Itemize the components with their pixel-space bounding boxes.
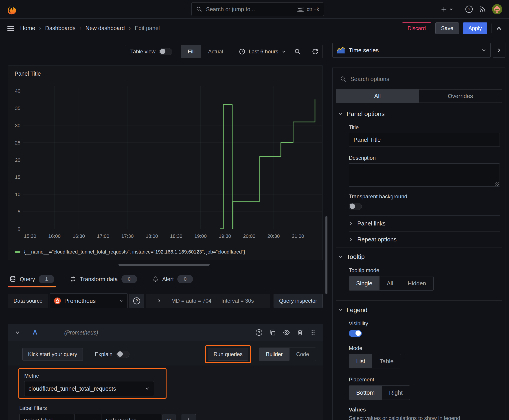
time-range-picker[interactable]: Last 6 hours <box>234 45 291 58</box>
legend-mode-table[interactable]: Table <box>372 354 401 368</box>
tooltip-mode-single[interactable]: Single <box>349 276 380 290</box>
menu-button[interactable] <box>7 25 15 32</box>
save-button[interactable]: Save <box>435 22 459 34</box>
operator-dropdown[interactable]: = <box>75 414 101 420</box>
topbar-actions: ? <box>441 4 502 14</box>
tab-transform-data[interactable]: Transform data 0 <box>68 271 138 287</box>
run-queries-annotation: Run queries <box>205 345 251 363</box>
breadcrumb-new-dashboard[interactable]: New dashboard <box>85 25 125 31</box>
editor-tabs: Query 1 Transform data 0 Alert 0 <box>0 271 328 287</box>
select-label-dropdown[interactable]: Select label <box>19 414 74 420</box>
tab-all[interactable]: All <box>336 90 419 103</box>
fill-option[interactable]: Fill <box>181 45 202 58</box>
grafana-logo-icon[interactable] <box>7 4 17 15</box>
svg-text:?: ? <box>258 330 260 335</box>
table-view-toggle-group: Table view <box>125 45 177 58</box>
panel-title[interactable]: Panel Title <box>15 70 41 77</box>
resize-corner-icon[interactable] <box>495 182 499 186</box>
breadcrumb: Home › Dashboards › New dashboard › Edit… <box>20 25 160 32</box>
panel-links-row[interactable]: Panel links <box>349 215 500 231</box>
search-input[interactable] <box>205 6 293 13</box>
max-data-points-summary: MD = auto = 704 <box>171 298 211 304</box>
legend-visibility-switch[interactable] <box>349 330 362 337</box>
tooltip-mode-all[interactable]: All <box>380 276 400 290</box>
actual-option[interactable]: Actual <box>201 45 230 58</box>
apply-button[interactable]: Apply <box>463 22 487 34</box>
svg-text:18:30: 18:30 <box>170 233 182 239</box>
query-help-button[interactable]: ? <box>255 329 263 336</box>
chevron-down-icon <box>65 419 69 420</box>
interval-summary: Interval = 30s <box>221 298 254 304</box>
description-textarea[interactable] <box>349 163 500 187</box>
content: Table view Fill Actual Last 6 hours <box>0 38 509 420</box>
options-search[interactable] <box>336 72 502 86</box>
legend-mode-list[interactable]: List <box>349 354 372 368</box>
collapse-header-button[interactable] <box>495 25 502 32</box>
toggle-visibility-button[interactable] <box>283 329 290 336</box>
svg-text:16:30: 16:30 <box>73 233 85 239</box>
repeat-options-label: Repeat options <box>357 236 396 243</box>
legend-mode-label: Mode <box>349 345 500 351</box>
grafana-edit-panel-screen: ctrl+k ? <box>0 0 509 420</box>
tab-overrides[interactable]: Overrides <box>419 90 502 103</box>
duplicate-query-button[interactable] <box>269 329 276 336</box>
explain-switch[interactable] <box>116 351 129 358</box>
repeat-options-row[interactable]: Repeat options <box>349 231 500 247</box>
legend-placement-bottom[interactable]: Bottom <box>349 386 382 400</box>
query-inspector-button[interactable]: Query inspector <box>273 294 323 308</box>
datasource-help-button[interactable]: ? <box>129 294 144 308</box>
transparent-background-switch[interactable] <box>349 203 362 210</box>
drag-handle-icon[interactable] <box>310 329 316 336</box>
resize-handle[interactable] <box>119 264 210 266</box>
discard-button[interactable]: Discard <box>402 22 431 34</box>
legend-placement-right[interactable]: Right <box>382 386 410 400</box>
transform-icon <box>69 276 76 283</box>
builder-option[interactable]: Builder <box>259 348 289 361</box>
collapse-sidebar-button[interactable] <box>493 43 505 58</box>
panel-options-header[interactable]: Panel options <box>336 110 502 118</box>
chevron-down-icon <box>338 308 343 313</box>
select-value-dropdown[interactable]: Select value <box>102 414 162 420</box>
shortcut-label: ctrl+k <box>307 6 319 12</box>
tooltip-header[interactable]: Tooltip <box>336 253 502 261</box>
breadcrumb-home[interactable]: Home <box>20 25 35 31</box>
main-scrollbar[interactable] <box>326 216 327 294</box>
panel-title-input[interactable] <box>349 133 500 147</box>
help-button[interactable]: ? <box>465 5 473 13</box>
add-new-button[interactable] <box>441 6 453 13</box>
tab-alert[interactable]: Alert 0 <box>151 271 194 287</box>
search-icon <box>340 76 346 82</box>
datasource-picker[interactable]: Prometheus <box>50 293 128 308</box>
chart-legend: {__name__="cloudflared_tunnel_total_requ… <box>15 249 245 255</box>
global-search[interactable]: ctrl+k <box>191 2 324 16</box>
svg-text:20:00: 20:00 <box>243 233 255 239</box>
time-controls-group: Last 6 hours <box>234 45 304 58</box>
kick-start-button[interactable]: Kick start your query <box>23 348 83 361</box>
metric-select[interactable]: cloudflared_tunnel_total_requests <box>24 381 154 396</box>
remove-filter-button[interactable]: ✕ <box>162 414 175 420</box>
refresh-button[interactable] <box>308 45 322 58</box>
table-view-switch[interactable] <box>159 48 172 55</box>
news-button[interactable] <box>479 6 486 13</box>
delete-query-button[interactable] <box>297 329 304 336</box>
visualization-picker[interactable]: Time series <box>332 43 491 58</box>
avatar[interactable] <box>492 4 502 14</box>
svg-text:18:00: 18:00 <box>146 233 158 239</box>
tab-query[interactable]: Query 1 <box>8 271 56 287</box>
svg-text:20: 20 <box>15 157 20 163</box>
query-ref-id: A <box>33 329 37 336</box>
query-options-bar[interactable]: MD = auto = 704 Interval = 30s <box>146 294 270 308</box>
legend-series-label[interactable]: {__name__="cloudflared_tunnel_total_requ… <box>24 249 245 255</box>
options-search-input[interactable] <box>350 75 498 83</box>
add-filter-button[interactable] <box>182 414 196 420</box>
query-row-actions: ? <box>255 329 316 336</box>
breadcrumb-dashboards[interactable]: Dashboards <box>45 25 76 31</box>
legend-header[interactable]: Legend <box>336 307 502 314</box>
query-row-header[interactable]: A (Prometheus) ? <box>8 324 323 341</box>
keyboard-icon <box>297 7 304 12</box>
run-queries-button[interactable]: Run queries <box>208 348 248 360</box>
tooltip-mode-hidden[interactable]: Hidden <box>400 276 433 290</box>
code-option[interactable]: Code <box>289 348 316 361</box>
zoom-out-button[interactable] <box>291 45 304 58</box>
timeseries-chart[interactable]: 051015202530354015:3016:0016:3017:0017:3… <box>8 80 322 244</box>
